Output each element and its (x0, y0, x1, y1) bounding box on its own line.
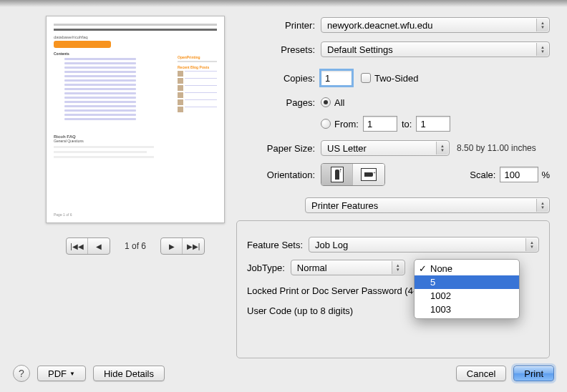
page-indicator: 1 of 6 (117, 241, 153, 251)
feature-sets-label: Feature Sets: (247, 240, 303, 250)
presets-label: Presets: (251, 44, 321, 55)
select-arrows-icon: ▲▼ (536, 19, 548, 31)
select-arrows-icon: ▲▼ (392, 261, 404, 274)
paper-dimensions: 8.50 by 11.00 inches (457, 143, 536, 153)
orientation-segmented[interactable]: ↑ → (321, 163, 385, 186)
printer-label: Printer: (251, 20, 321, 31)
job-type-select[interactable]: Normal ▲▼ (291, 260, 405, 275)
select-arrows-icon: ▲▼ (536, 43, 548, 56)
user-code-dropdown[interactable]: None 5 1002 1003 (414, 259, 520, 319)
landscape-icon: → (361, 168, 377, 181)
copies-input[interactable] (321, 70, 352, 86)
print-preview: database/ricohfaq Contents OpenPrinting … (46, 16, 225, 223)
cancel-button[interactable]: Cancel (456, 366, 506, 381)
portrait-icon: ↑ (331, 167, 344, 182)
paper-size-select[interactable]: US Letter ▲▼ (321, 140, 450, 156)
chevron-down-icon: ▼ (69, 371, 75, 377)
help-button[interactable]: ? (13, 365, 30, 382)
dropdown-option-none[interactable]: None (415, 262, 519, 275)
printer-select[interactable]: newyork.deacnet.wfu.edu ▲▼ (321, 17, 550, 33)
first-page-button[interactable]: |◀◀ (67, 238, 88, 254)
scale-label: Scale: (470, 170, 495, 180)
scale-percent: % (541, 170, 550, 180)
select-arrows-icon: ▲▼ (536, 199, 548, 212)
pages-to-label: to: (402, 119, 412, 129)
dropdown-option-1002[interactable]: 1002 (415, 289, 519, 303)
pdf-menu-button[interactable]: PDF▼ (37, 366, 86, 381)
user-code-label: User Code (up to 8 digits) (247, 305, 353, 316)
dropdown-option-1003[interactable]: 1003 (415, 303, 519, 316)
orientation-portrait-button[interactable]: ↑ (321, 164, 353, 185)
print-button[interactable]: Print (513, 366, 554, 381)
prev-page-button[interactable]: ◀ (88, 238, 110, 254)
pages-range-radio[interactable] (321, 119, 331, 129)
hide-details-button[interactable]: Hide Details (93, 366, 165, 381)
select-arrows-icon: ▲▼ (436, 142, 448, 155)
pages-from-input[interactable] (363, 116, 397, 132)
pager-next-last[interactable]: ▶ ▶▶| (160, 237, 205, 255)
copies-label: Copies: (251, 73, 321, 84)
pages-all-label: All (334, 97, 344, 108)
paper-size-label: Paper Size: (251, 143, 321, 154)
pager-first-prev[interactable]: |◀◀ ◀ (66, 237, 110, 255)
next-page-button[interactable]: ▶ (161, 238, 183, 254)
dropdown-option-5[interactable]: 5 (415, 275, 519, 289)
pages-label: Pages: (251, 97, 321, 108)
job-type-label: JobType: (247, 263, 285, 273)
select-arrows-icon: ▲▼ (525, 238, 538, 251)
last-page-button[interactable]: ▶▶| (183, 238, 204, 254)
scale-input[interactable] (500, 167, 538, 182)
pages-all-radio[interactable] (321, 97, 331, 107)
pages-to-input[interactable] (416, 116, 450, 132)
two-sided-label: Two-Sided (374, 73, 418, 84)
pages-from-label: From: (334, 119, 359, 129)
presets-select[interactable]: Default Settings ▲▼ (321, 41, 550, 57)
orientation-label: Orientation: (251, 170, 321, 180)
help-icon: ? (19, 368, 24, 379)
section-select[interactable]: Printer Features ▲▼ (305, 197, 550, 213)
orientation-landscape-button[interactable]: → (353, 164, 384, 185)
feature-sets-select[interactable]: Job Log ▲▼ (309, 237, 539, 253)
two-sided-checkbox[interactable] (361, 73, 371, 83)
